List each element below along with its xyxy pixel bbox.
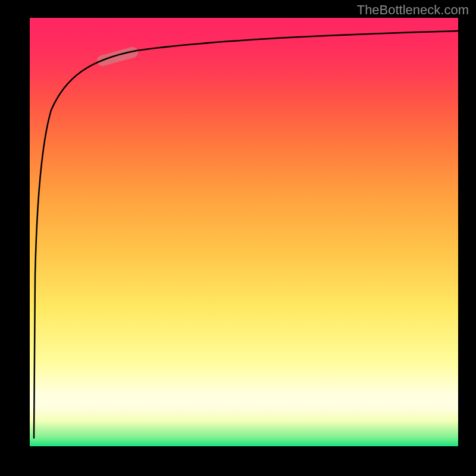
curve-svg — [30, 18, 458, 446]
curve-line — [34, 31, 458, 438]
watermark-text: TheBottleneck.com — [357, 2, 469, 18]
highlight-segment — [102, 52, 133, 61]
plot-area — [30, 18, 458, 446]
chart-container: TheBottleneck.com — [0, 0, 476, 476]
